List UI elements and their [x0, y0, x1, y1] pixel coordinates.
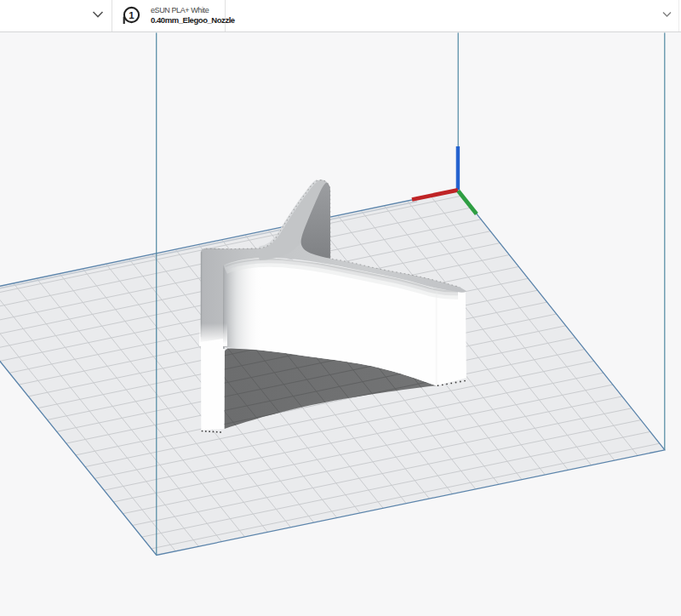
svg-text:1: 1	[129, 10, 134, 20]
